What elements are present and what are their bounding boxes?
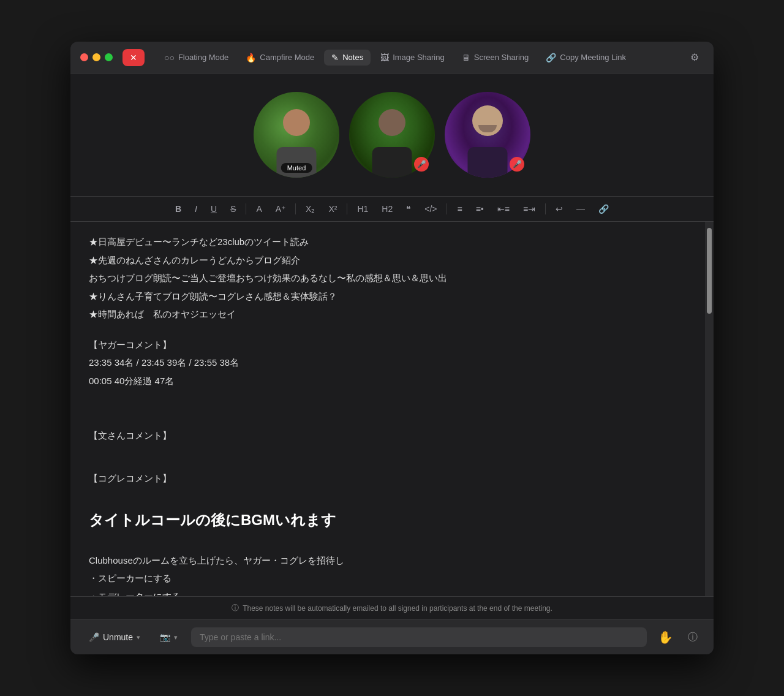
editor-area: ★日高屋デビュー〜ランチなど23clubのツイート読み ★先週のねんざさんのカレ…	[70, 222, 714, 596]
undo-button[interactable]: ↩	[552, 202, 567, 216]
scrollbar-track[interactable]	[705, 222, 714, 596]
toolbar-divider-1	[246, 203, 246, 214]
face-1	[283, 109, 310, 136]
indent-left-button[interactable]: ⇤≡	[494, 202, 513, 216]
note-line: 00:05 40分経過 47名	[89, 373, 687, 389]
video-chevron-icon: ▾	[174, 634, 178, 641]
titlebar: ✕ ○○ Floating Mode 🔥 Campfire Mode ✎ Not…	[70, 42, 714, 74]
superscript-button[interactable]: X²	[325, 202, 341, 216]
blockquote-button[interactable]: ❝	[402, 202, 415, 216]
scrollbar-thumb[interactable]	[707, 228, 712, 314]
note-line: 【コグレコメント】	[89, 471, 687, 486]
participant-3: 🎤	[445, 92, 530, 178]
note-line-empty	[89, 540, 687, 550]
face-2	[379, 109, 405, 136]
camera-icon: 📷	[160, 632, 170, 642]
note-line: ★日高屋デビュー〜ランチなど23clubのツイート読み	[89, 234, 687, 250]
face-3	[472, 105, 503, 136]
info-button[interactable]: ⓘ	[684, 627, 701, 648]
info-circle-icon: ⓘ	[232, 603, 239, 613]
screen-icon: 🖥	[462, 53, 470, 62]
note-line: ・スピーカーにする	[89, 570, 687, 586]
tab-screen-sharing[interactable]: 🖥 Screen Sharing	[454, 50, 537, 66]
tab-image-sharing[interactable]: 🖼 Image Sharing	[373, 50, 452, 66]
note-line: ★先週のねんざさんのカレーうどんからブログ紹介	[89, 252, 687, 268]
minimize-traffic-light[interactable]	[92, 53, 100, 61]
mic-icon: 🎤	[89, 632, 99, 642]
body-1	[277, 147, 317, 178]
font-size-button[interactable]: A⁺	[272, 202, 289, 216]
footer-notice: ⓘ These notes will be automatically emai…	[70, 596, 714, 619]
ordered-list-button[interactable]: ≡	[453, 202, 466, 216]
raise-hand-button[interactable]: ✋	[654, 626, 677, 648]
tab-notes[interactable]: ✎ Notes	[324, 50, 371, 66]
mic-muted-icon-2: 🎤	[414, 157, 429, 172]
info-icon: ⓘ	[688, 632, 698, 642]
muted-badge-1: Muted	[281, 163, 312, 173]
note-heading: タイトルコールの後にBGMいれます	[89, 508, 687, 533]
note-line: Clubhouseのルームを立ち上げたら、ヤガー・コグレを招待し	[89, 553, 687, 569]
tab-campfire-mode[interactable]: 🔥 Campfire Mode	[238, 50, 322, 66]
unmute-chevron-icon: ▾	[137, 634, 140, 641]
bold-button[interactable]: B	[172, 202, 185, 216]
end-call-button[interactable]: ✕	[123, 49, 145, 66]
hand-icon: ✋	[658, 630, 673, 644]
note-line-empty	[89, 458, 687, 468]
image-icon: 🖼	[380, 53, 389, 62]
unmute-button[interactable]: 🎤 Unmute ▾	[83, 629, 146, 646]
beard-3	[478, 125, 497, 132]
floating-mode-icon: ○○	[164, 53, 175, 62]
notes-editor[interactable]: ★日高屋デビュー〜ランチなど23clubのツイート読み ★先週のねんざさんのカレ…	[70, 222, 705, 596]
strikethrough-button[interactable]: S	[227, 202, 239, 216]
note-line: 【文さんコメント】	[89, 428, 687, 444]
note-line: ・モデレーターにする	[89, 589, 687, 596]
video-button[interactable]: 📷 ▾	[154, 629, 184, 646]
note-line-empty	[89, 488, 687, 498]
mic-muted-icon-3: 🎤	[510, 157, 524, 172]
body-3	[468, 147, 508, 178]
subscript-button[interactable]: X₂	[302, 202, 318, 216]
toolbar-divider-5	[545, 203, 546, 214]
notes-icon: ✎	[331, 53, 339, 62]
fullscreen-traffic-light[interactable]	[105, 53, 113, 61]
toolbar-divider-2	[295, 203, 296, 214]
code-button[interactable]: </>	[421, 202, 440, 216]
participant-1: Muted	[254, 92, 339, 178]
body-2	[372, 147, 412, 178]
tab-floating-mode[interactable]: ○○ Floating Mode	[157, 50, 236, 66]
note-line-empty	[89, 391, 687, 401]
link-input[interactable]	[191, 627, 647, 647]
toolbar-divider-3	[347, 203, 347, 214]
app-window: ✕ ○○ Floating Mode 🔥 Campfire Mode ✎ Not…	[70, 42, 714, 654]
font-color-button[interactable]: A	[252, 202, 265, 216]
toolbar-divider-4	[447, 203, 447, 214]
note-line: 【ヤガーコメント】	[89, 337, 687, 353]
h2-button[interactable]: H2	[378, 202, 396, 216]
note-line-empty	[89, 446, 687, 456]
note-line: ★時間あれば 私のオヤジエッセイ	[89, 306, 687, 322]
participant-2: 🎤	[349, 92, 435, 178]
footer-notice-text: These notes will be automatically emaile…	[243, 604, 552, 613]
tab-copy-link[interactable]: 🔗 Copy Meeting Link	[538, 50, 633, 66]
settings-icon: ⚙	[690, 52, 699, 62]
note-line-empty	[89, 403, 687, 413]
note-line-empty	[89, 415, 687, 425]
indent-right-button[interactable]: ≡⇥	[519, 202, 539, 216]
hr-button[interactable]: —	[573, 202, 589, 216]
bottom-bar: 🎤 Unmute ▾ 📷 ▾ ✋ ⓘ	[70, 619, 714, 654]
note-line: 23:35 34名 / 23:45 39名 / 23:55 38名	[89, 355, 687, 371]
link-icon: 🔗	[546, 53, 556, 62]
note-line: おちつけブログ朗読〜ご当人ご登壇おちつけ効果のあるなし〜私の感想＆思い＆思い出	[89, 270, 687, 286]
h1-button[interactable]: H1	[353, 202, 372, 216]
video-area: Muted 🎤 🎤	[70, 74, 714, 196]
unordered-list-button[interactable]: ≡•	[472, 202, 488, 216]
italic-button[interactable]: I	[191, 202, 201, 216]
formatting-toolbar: B I U S A A⁺ X₂ X² H1 H2 ❝ </> ≡ ≡• ⇤≡ ≡…	[70, 196, 714, 222]
close-traffic-light[interactable]	[80, 53, 88, 61]
settings-button[interactable]: ⚙	[685, 48, 704, 66]
nav-tabs: ○○ Floating Mode 🔥 Campfire Mode ✎ Notes…	[157, 50, 685, 66]
insert-link-button[interactable]: 🔗	[595, 202, 612, 216]
campfire-icon: 🔥	[246, 53, 256, 62]
unmute-label: Unmute	[103, 632, 133, 642]
underline-button[interactable]: U	[207, 202, 221, 216]
